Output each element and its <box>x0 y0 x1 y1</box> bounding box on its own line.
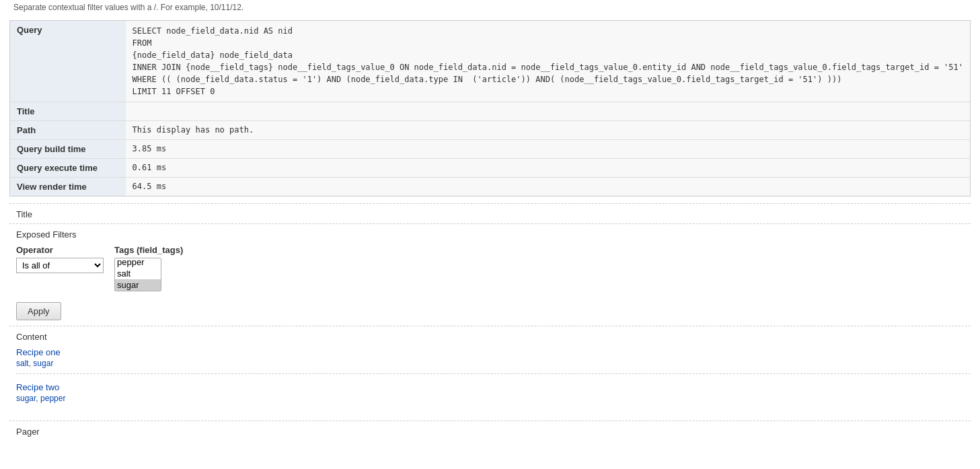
operator-label: Operator <box>16 245 104 255</box>
path-row: Path This display has no path. <box>10 121 970 140</box>
top-note: Separate contextual filter values with a… <box>0 0 980 15</box>
content-title: Content <box>16 332 971 342</box>
query-execute-time-row: Query execute time 0.61 ms <box>10 159 970 178</box>
title-value <box>126 102 970 121</box>
recipe-one-title: Recipe one <box>16 347 971 357</box>
recipe-two-link[interactable]: Recipe two <box>16 382 59 392</box>
recipe-two-tags: sugar, pepper <box>16 394 971 403</box>
tag-option-pepper[interactable]: pepper <box>115 258 161 268</box>
title-section: Title <box>9 203 971 223</box>
view-render-time-label: View render time <box>10 178 126 196</box>
title-label: Title <box>10 102 126 121</box>
title-row: Title <box>10 102 970 121</box>
recipe-one-link[interactable]: Recipe one <box>16 347 61 357</box>
pager-title: Pager <box>16 427 40 437</box>
apply-button[interactable]: Apply <box>16 302 61 320</box>
page-wrapper: Separate contextual filter values with a… <box>0 0 980 469</box>
tags-col: Tags (field_tags) pepper salt sugar <box>114 245 183 291</box>
tag-link-pepper[interactable]: pepper <box>40 394 65 403</box>
title-section-label: Title <box>16 209 32 219</box>
query-build-time-row: Query build time 3.85 ms <box>10 140 970 159</box>
query-sql: SELECT node_field_data.nid AS nid FROM {… <box>126 21 970 102</box>
filter-row: Operator Is all of Is one of Tags (field… <box>16 245 971 291</box>
query-build-time-label: Query build time <box>10 140 126 159</box>
tags-label: Tags (field_tags) <box>114 245 183 255</box>
path-label: Path <box>10 121 126 140</box>
query-execute-time-label: Query execute time <box>10 159 126 178</box>
recipe-one-tags: salt, sugar <box>16 359 971 368</box>
query-sql-text: SELECT node_field_data.nid AS nid FROM {… <box>133 26 963 96</box>
view-render-time-value: 64.5 ms <box>126 178 970 196</box>
pager-section: Pager <box>9 421 971 441</box>
operator-select[interactable]: Is all of Is one of <box>16 258 104 273</box>
tag-option-salt[interactable]: salt <box>115 268 161 279</box>
content-section: Content Recipe one salt, sugar Recipe tw… <box>9 326 971 421</box>
tag-link-salt[interactable]: salt <box>16 359 29 368</box>
query-row: Query SELECT node_field_data.nid AS nid … <box>10 21 970 102</box>
list-item: Recipe two sugar, pepper <box>16 382 971 408</box>
list-item: Recipe one salt, sugar <box>16 347 971 374</box>
query-build-time-value: 3.85 ms <box>126 140 970 159</box>
tag-link-sugar2[interactable]: sugar <box>16 394 36 403</box>
query-table: Query SELECT node_field_data.nid AS nid … <box>10 21 970 196</box>
tags-select[interactable]: pepper salt sugar <box>114 258 161 291</box>
recipe-two-title: Recipe two <box>16 382 971 392</box>
exposed-filters-title: Exposed Filters <box>16 229 971 240</box>
query-label: Query <box>10 21 126 102</box>
tag-option-sugar[interactable]: sugar <box>115 279 161 291</box>
query-section: Query SELECT node_field_data.nid AS nid … <box>9 20 971 196</box>
query-execute-time-value: 0.61 ms <box>126 159 970 178</box>
operator-col: Operator Is all of Is one of <box>16 245 104 273</box>
tag-link-sugar[interactable]: sugar <box>33 359 53 368</box>
view-render-time-row: View render time 64.5 ms <box>10 178 970 196</box>
top-note-text: Separate contextual filter values with a… <box>13 3 243 12</box>
path-value: This display has no path. <box>126 121 970 140</box>
exposed-filters-section: Exposed Filters Operator Is all of Is on… <box>9 223 971 326</box>
